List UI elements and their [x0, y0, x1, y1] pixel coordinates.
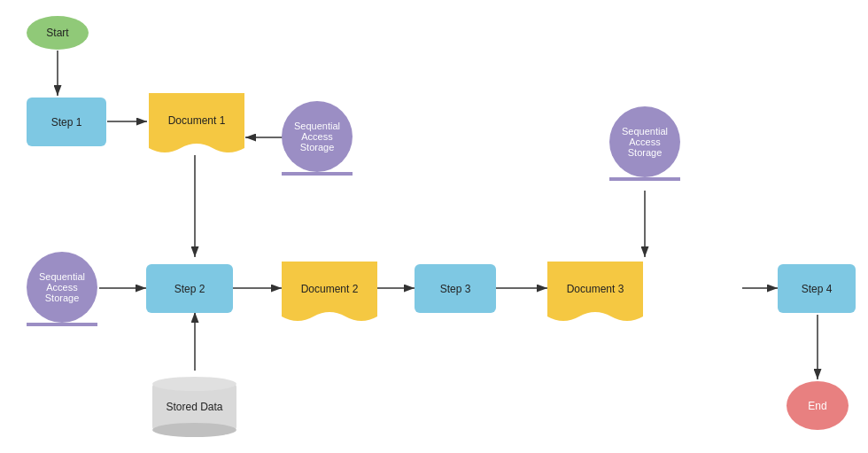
seq3-node: Sequential Access Storage [27, 252, 97, 323]
end-label: End [808, 400, 826, 412]
step4-label: Step 4 [802, 283, 833, 295]
seq2-node: Sequential Access Storage [609, 106, 680, 177]
end-node: End [787, 381, 849, 430]
seq3-label: Sequential Access Storage [27, 267, 97, 308]
stored-data-label: Stored Data [166, 401, 222, 413]
doc3-label: Document 3 [567, 283, 624, 295]
doc1-label: Document 1 [168, 114, 226, 127]
seq2-label: Sequential Access Storage [609, 121, 680, 162]
stored-data-node: Stored Data [152, 377, 236, 434]
doc2-node: Document 2 [282, 262, 377, 325]
step2-node: Step 2 [146, 264, 233, 313]
step3-label: Step 3 [440, 283, 471, 295]
arrows-layer [0, 0, 868, 453]
diagram: Start Step 1 Document 1 Sequential Acces… [0, 0, 868, 453]
step1-label: Step 1 [51, 116, 82, 129]
step4-node: Step 4 [778, 264, 856, 313]
seq1-node: Sequential Access Storage [282, 101, 353, 172]
step3-node: Step 3 [415, 264, 496, 313]
step1-node: Step 1 [27, 98, 106, 146]
doc3-node: Document 3 [547, 262, 643, 325]
doc1-node: Document 1 [149, 93, 244, 157]
start-node: Start [27, 16, 89, 50]
start-label: Start [46, 27, 68, 39]
seq1-label: Sequential Access Storage [282, 116, 353, 157]
step2-label: Step 2 [174, 283, 205, 295]
doc2-label: Document 2 [301, 283, 359, 295]
